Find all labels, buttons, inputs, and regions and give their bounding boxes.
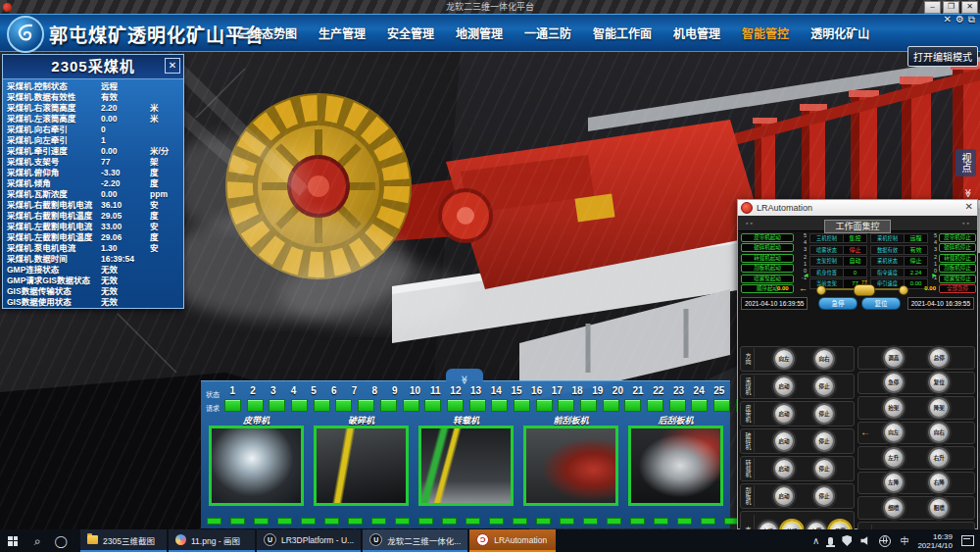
- nav-item[interactable]: 生产管理: [318, 25, 366, 41]
- close-icon[interactable]: ✕: [165, 58, 180, 74]
- camera-thumbnail[interactable]: [628, 426, 723, 506]
- control-button[interactable]: 粗喷: [928, 497, 950, 519]
- channel-number[interactable]: 18: [567, 385, 588, 396]
- channel-number[interactable]: 9: [385, 385, 406, 396]
- microphone-icon[interactable]: [828, 537, 833, 545]
- channel-number[interactable]: 16: [526, 385, 547, 396]
- control-button[interactable]: 启动: [773, 458, 795, 479]
- lr-stop-button[interactable]: 皮带机停止: [939, 233, 976, 242]
- camera-thumbnail[interactable]: [523, 426, 618, 506]
- lr-start-button[interactable]: 破碎机起动: [741, 243, 794, 252]
- minimize-button[interactable]: –: [924, 1, 941, 14]
- start-button[interactable]: [0, 529, 25, 552]
- channel-number[interactable]: 7: [344, 385, 365, 396]
- nav-item[interactable]: 安全管理: [387, 25, 434, 41]
- control-button[interactable]: 启动: [773, 430, 795, 452]
- estop-pill-button[interactable]: 急停: [818, 297, 858, 310]
- camera-thumbnail[interactable]: [314, 426, 409, 506]
- channel-number[interactable]: 12: [446, 385, 466, 396]
- control-button[interactable]: 启动: [773, 403, 795, 425]
- settings-gear-icon[interactable]: ⚙: [956, 14, 964, 25]
- lr-start-button[interactable]: 喷雾泵起动: [741, 275, 794, 283]
- task-view-icon[interactable]: ◯: [49, 534, 73, 548]
- maximize-button[interactable]: ❐: [943, 1, 959, 14]
- tray-chevron-up-icon[interactable]: ∧: [812, 535, 819, 546]
- lr-stop-button[interactable]: 破碎机停止: [939, 243, 976, 252]
- lr-close-icon[interactable]: ✕: [965, 201, 973, 212]
- control-button[interactable]: 降架: [928, 397, 950, 419]
- position-slider[interactable]: 77: [820, 288, 905, 290]
- channel-number[interactable]: 21: [628, 385, 649, 396]
- channel-number[interactable]: 14: [486, 385, 507, 396]
- notification-center-icon[interactable]: [961, 535, 974, 546]
- workface-control-tab[interactable]: 工作面集控: [824, 220, 890, 233]
- taskbar-task[interactable]: 11.png - 画图: [169, 529, 255, 552]
- control-button[interactable]: 停止: [813, 485, 835, 507]
- nav-item[interactable]: 智能管控: [742, 25, 789, 41]
- speaker-icon[interactable]: [860, 536, 870, 546]
- channel-number[interactable]: 8: [365, 385, 385, 396]
- control-button[interactable]: 左降: [883, 472, 905, 493]
- taskbar-task[interactable]: ULR3DPlatform - U...: [257, 529, 361, 552]
- channel-number[interactable]: 23: [668, 385, 689, 396]
- camera-thumbnail[interactable]: [418, 426, 514, 506]
- camera-thumbnail[interactable]: [209, 426, 304, 506]
- lr-start-button[interactable]: 刮板机起动: [741, 264, 794, 273]
- nav-item[interactable]: 智能工作面: [593, 25, 652, 41]
- lr-stop-button[interactable]: 转载机停止: [939, 254, 976, 263]
- control-button[interactable]: 启动: [773, 485, 795, 507]
- channel-number[interactable]: 17: [547, 385, 567, 396]
- network-globe-icon[interactable]: [879, 535, 891, 547]
- channel-number[interactable]: 13: [466, 385, 486, 396]
- control-button[interactable]: 停止: [813, 403, 835, 425]
- control-button[interactable]: 向右: [813, 348, 835, 370]
- control-button[interactable]: 左升: [883, 447, 905, 469]
- lr-stop-button[interactable]: 喷雾泵停止: [939, 275, 976, 283]
- channel-number[interactable]: 19: [587, 385, 608, 396]
- control-button[interactable]: 停止: [813, 430, 835, 452]
- clock[interactable]: 16:39 2021/4/10: [917, 532, 953, 550]
- viewpoint-chevron-icon[interactable]: ≫: [962, 188, 972, 197]
- control-button[interactable]: 启动: [773, 376, 795, 397]
- control-button[interactable]: 总停: [928, 347, 950, 369]
- channel-number[interactable]: 10: [405, 385, 425, 396]
- control-button[interactable]: 细喷: [883, 497, 905, 519]
- control-button[interactable]: 抬架: [883, 397, 905, 419]
- collapse-chevron-icon[interactable]: ≫: [446, 369, 483, 381]
- nav-item[interactable]: 三维态势图: [238, 25, 297, 41]
- control-button[interactable]: 复位: [928, 372, 950, 393]
- taskbar-task[interactable]: U龙软二三维一体化...: [363, 529, 467, 552]
- channel-number[interactable]: 15: [507, 385, 527, 396]
- channel-number[interactable]: 24: [689, 385, 710, 396]
- channel-number[interactable]: 2: [243, 385, 264, 396]
- control-button[interactable]: 停止: [813, 376, 835, 397]
- lr-start-button[interactable]: 转载机起动: [741, 254, 794, 263]
- control-button[interactable]: 向左: [883, 422, 905, 443]
- fullscreen-icon[interactable]: ⧉: [968, 14, 975, 25]
- channel-number[interactable]: 6: [323, 385, 344, 396]
- tools-icon[interactable]: ✕: [944, 14, 952, 25]
- channel-number[interactable]: 3: [263, 385, 283, 396]
- nav-item[interactable]: 地测管理: [456, 25, 503, 41]
- control-button[interactable]: 向左: [773, 348, 795, 370]
- control-button[interactable]: 停止: [813, 458, 835, 479]
- taskbar-task[interactable]: 2305三维截图: [80, 529, 167, 552]
- channel-number[interactable]: 20: [608, 385, 628, 396]
- channel-number[interactable]: 11: [425, 385, 446, 396]
- control-button[interactable]: 右降: [928, 472, 950, 493]
- viewpoint-tab[interactable]: 视点: [956, 149, 976, 176]
- channel-number[interactable]: 4: [283, 385, 304, 396]
- nav-item[interactable]: 一通三防: [524, 25, 571, 41]
- channel-number[interactable]: 25: [710, 385, 730, 396]
- taskbar-task[interactable]: ƆLRAutomation: [469, 529, 556, 552]
- channel-number[interactable]: 5: [304, 385, 324, 396]
- nav-item[interactable]: 透明化矿山: [810, 25, 869, 41]
- channel-number[interactable]: 22: [648, 385, 668, 396]
- reset-pill-button[interactable]: 复位: [861, 297, 901, 310]
- search-icon[interactable]: ⌕: [25, 534, 49, 548]
- nav-item[interactable]: 机电管理: [673, 25, 720, 41]
- channel-number[interactable]: 1: [222, 385, 243, 396]
- control-button[interactable]: 急停: [883, 372, 905, 393]
- ime-indicator[interactable]: 中: [900, 534, 908, 547]
- lr-stop-button[interactable]: 刮板机停止: [939, 264, 976, 273]
